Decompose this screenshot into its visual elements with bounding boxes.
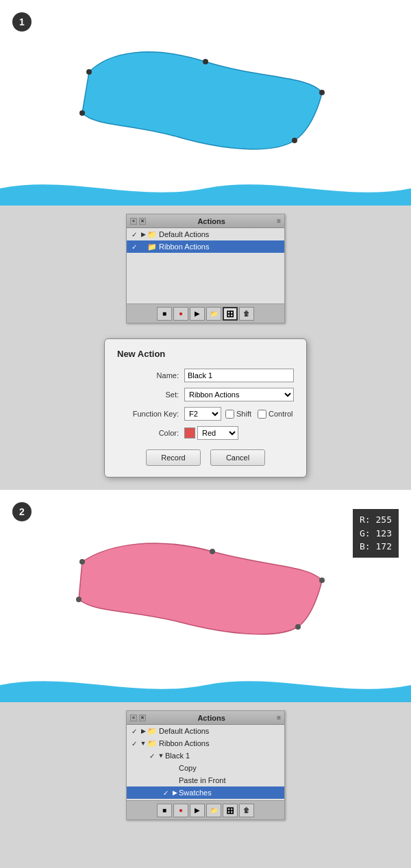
folder2-ribbon: 📁	[147, 739, 157, 748]
actions-panel-area-1: « ✕ Actions ≡ ✓ ▶ 📁 Default Actions ✓ 📁 …	[0, 206, 411, 332]
panel2-row-ribbon-actions[interactable]: ✓ ▼ 📁 Ribbon Actions	[127, 737, 284, 749]
svg-point-2	[319, 90, 325, 95]
check-ribbon-actions: ✓	[129, 243, 139, 251]
new-action-button[interactable]: ⊞	[223, 307, 238, 321]
open-folder-button-2[interactable]: 📁	[206, 804, 221, 817]
arrow2-ribbon: ▼	[139, 740, 147, 747]
name-label: Name:	[117, 371, 179, 380]
svg-point-1	[203, 59, 208, 64]
svg-point-0	[86, 69, 92, 75]
delete-button[interactable]: 🗑	[239, 307, 254, 321]
color-swatch	[184, 427, 195, 438]
dialog-title: New Action	[117, 349, 294, 359]
panel-row-ribbon-actions[interactable]: ✓ 📁 Ribbon Actions	[127, 240, 284, 253]
rgb-b: B: 172	[360, 540, 392, 554]
fkey-select[interactable]: F2 F1 F3	[184, 407, 221, 421]
stop-button-2[interactable]: ■	[157, 804, 172, 817]
panel2-collapse-btn[interactable]: «	[130, 715, 137, 721]
step-badge-1: 1	[12, 12, 32, 32]
step-badge-2: 2	[12, 502, 32, 521]
stop-button[interactable]: ■	[157, 307, 172, 321]
rgb-badge: R: 255 G: 123 B: 172	[353, 509, 399, 558]
panel-menu-icon-2[interactable]: ≡	[277, 714, 281, 721]
control-checkbox[interactable]	[258, 410, 266, 419]
panel-titlebar-1: « ✕ Actions ≡	[127, 214, 284, 228]
record-button-2[interactable]: ●	[173, 804, 188, 817]
svg-point-5	[79, 559, 85, 565]
set-label: Set:	[117, 390, 179, 399]
panel-close-btn[interactable]: ✕	[139, 218, 146, 225]
panel-toolbar-1: ■ ● ▶ 📁 ⊞ 🗑	[127, 303, 284, 323]
arrow2-swatches: ▶	[171, 789, 179, 796]
folder-default-actions: 📁	[147, 230, 157, 239]
fkey-label: Function Key:	[117, 410, 179, 418]
panel-title-1: Actions	[197, 217, 225, 225]
panel-content-1: ✓ ▶ 📁 Default Actions ✓ 📁 Ribbon Actions	[127, 228, 284, 303]
actions-panel-2: « ✕ Actions ≡ ✓ ▶ 📁 Default Actions ✓ ▼ …	[126, 710, 285, 820]
label2-copy: Copy	[179, 764, 197, 772]
panel2-row-black1[interactable]: ✓ ▼ Black 1	[127, 749, 284, 762]
arrow-default-actions: ▶	[139, 231, 147, 238]
label2-ribbon-actions: Ribbon Actions	[159, 739, 209, 747]
actions-panel-area-2: « ✕ Actions ≡ ✓ ▶ 📁 Default Actions ✓ ▼ …	[0, 702, 411, 828]
dialog-set-row: Set: Ribbon Actions Default Actions	[117, 388, 294, 401]
record-button[interactable]: ●	[173, 307, 188, 321]
label2-black1: Black 1	[165, 752, 190, 760]
panel-title-2: Actions	[197, 714, 225, 722]
panel-collapse-btn[interactable]: «	[130, 218, 137, 225]
check2-swatches: ✓	[161, 789, 171, 797]
panel-menu-icon-1[interactable]: ≡	[277, 217, 281, 225]
arrow2-default: ▶	[139, 728, 147, 734]
check2-default: ✓	[129, 728, 139, 735]
panel2-window-controls: « ✕	[130, 715, 146, 721]
shift-control-row: Shift Control	[225, 410, 292, 419]
open-folder-button[interactable]: 📁	[206, 307, 221, 321]
check2-black1: ✓	[147, 752, 157, 760]
panel2-row-paste[interactable]: Paste in Front	[127, 774, 284, 786]
panel-content-2: ✓ ▶ 📁 Default Actions ✓ ▼ 📁 Ribbon Actio…	[127, 725, 284, 800]
panel2-row-default-actions[interactable]: ✓ ▶ 📁 Default Actions	[127, 725, 284, 737]
check-default-actions: ✓	[129, 231, 139, 238]
shift-checkbox[interactable]	[225, 410, 234, 419]
folder-ribbon-actions: 📁	[147, 243, 157, 251]
play-button-2[interactable]: ▶	[190, 804, 205, 817]
svg-point-6	[210, 549, 215, 554]
ribbon-shape-1	[68, 38, 329, 158]
svg-point-9	[76, 597, 82, 602]
label-default-actions: Default Actions	[159, 230, 209, 238]
panel2-close-btn[interactable]: ✕	[139, 715, 146, 721]
arrow2-black1: ▼	[157, 752, 165, 759]
ribbon-wave-2	[0, 665, 411, 702]
svg-point-7	[319, 578, 325, 583]
dialog-color-row: Color: Red Blue Green Yellow Orange None	[117, 426, 294, 440]
dialog-buttons: Record Cancel	[117, 449, 294, 466]
panel-toolbar-2: ■ ● ▶ 📁 ⊞ 🗑	[127, 800, 284, 819]
new-action-dialog: New Action Name: Set: Ribbon Actions Def…	[104, 338, 307, 478]
panel2-row-copy[interactable]: Copy	[127, 762, 284, 774]
label2-default-actions: Default Actions	[159, 727, 209, 735]
cancel-btn[interactable]: Cancel	[210, 449, 265, 466]
ribbon-wave-1	[0, 168, 411, 206]
delete-button-2[interactable]: 🗑	[239, 804, 254, 817]
color-select[interactable]: Red Blue Green Yellow Orange None	[197, 426, 238, 440]
label2-swatches: Swatches	[179, 789, 212, 797]
dialog-fkey-row: Function Key: F2 F1 F3 Shift Control	[117, 407, 294, 421]
panel2-row-swatches[interactable]: ✓ ▶ Swatches	[127, 786, 284, 799]
name-input[interactable]	[184, 369, 294, 382]
new-action-dialog-area: New Action Name: Set: Ribbon Actions Def…	[0, 332, 411, 490]
play-button[interactable]: ▶	[190, 307, 205, 321]
dialog-name-row: Name:	[117, 369, 294, 382]
svg-point-8	[295, 624, 301, 630]
set-select[interactable]: Ribbon Actions Default Actions	[184, 388, 294, 401]
new-action-button-2[interactable]: ⊞	[223, 804, 238, 817]
canvas-section-1: 1	[0, 0, 411, 206]
canvas-section-2: 2 R: 255 G: 123 B: 172	[0, 490, 411, 702]
panel-window-controls: « ✕	[130, 218, 146, 225]
ribbon-shape-2	[62, 531, 336, 644]
panel-row-default-actions[interactable]: ✓ ▶ 📁 Default Actions	[127, 228, 284, 240]
actions-panel-1: « ✕ Actions ≡ ✓ ▶ 📁 Default Actions ✓ 📁 …	[126, 214, 285, 323]
svg-point-3	[292, 138, 297, 143]
color-label: Color:	[117, 429, 179, 437]
label-ribbon-actions: Ribbon Actions	[159, 243, 209, 251]
record-btn[interactable]: Record	[146, 449, 201, 466]
